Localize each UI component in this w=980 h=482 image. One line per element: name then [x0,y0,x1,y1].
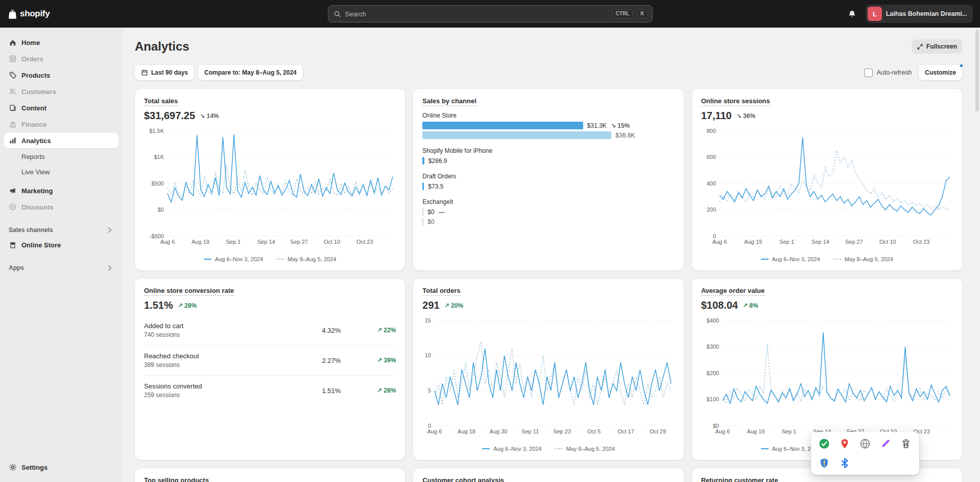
channel-bar-compare [422,218,423,225]
legend-current-label: Aug 6–Nov 3, 2024 [772,256,820,262]
conversion-sessions: 389 sessions [144,361,295,369]
conversion-step-label: Sessions converted [144,382,295,390]
svg-text:Sep 27: Sep 27 [290,239,308,245]
shield-warning-icon[interactable] [819,457,830,469]
card-title[interactable]: Sales by channel [422,97,674,105]
global-search[interactable]: CTRL K [328,5,653,22]
sidebar-item-label: Home [21,39,40,47]
svg-text:0: 0 [428,423,431,429]
legend-compare-marker [833,259,841,260]
sidebar-item-live-view[interactable]: Live View [4,165,118,179]
channel-online-store: Online Store$31.3K↘ 15%$36.8K [422,112,674,139]
svg-text:$200: $200 [706,370,719,376]
card-total-sales: Total sales $31,697.25 ↘ 14% $1.5K$1K$50… [135,89,405,270]
sidebar-item-label: Finance [21,121,46,128]
sidebar-section-apps[interactable]: Apps [4,261,118,275]
sidebar-section-sales-channels[interactable]: Sales channels [4,223,118,237]
sidebar-item-discounts[interactable]: Discounts [4,199,118,215]
sidebar-item-label: Discounts [21,203,54,211]
svg-text:$400: $400 [706,317,719,324]
marketing-icon [9,187,17,195]
sidebar-item-finance[interactable]: Finance [4,117,118,132]
sidebar-item-content[interactable]: Content [4,100,118,116]
sidebar-item-label: Online Store [21,241,61,249]
fullscreen-button[interactable]: Fullscreen [912,39,962,54]
chevron-right-icon [106,226,114,234]
date-range-button[interactable]: Last 90 days [135,65,194,80]
svg-text:Aug 6: Aug 6 [427,428,442,434]
calendar-icon [141,69,148,76]
analytics-icon [9,136,17,145]
bluetooth-icon[interactable] [839,457,850,469]
customers-icon [9,87,17,96]
customize-button[interactable]: Customize [919,65,962,80]
svg-text:$300: $300 [706,343,719,350]
orders-chart: 151050Aug 6Aug 18Aug 30Sep 11Sep 23Oct 5… [422,317,674,436]
card-title[interactable]: Total sales [144,97,396,105]
legend-current-marker [482,448,490,449]
channel-bar-compare [422,131,611,139]
user-menu[interactable]: L Laihas Bohemian Dreami... [866,5,973,23]
globe-icon[interactable] [859,438,871,449]
channel-exchangeit: ExchangeIt$0—$0 [422,198,674,225]
sidebar-item-products[interactable]: Products [4,67,118,83]
sidebar-item-home[interactable]: Home [4,35,118,50]
card-title[interactable]: Customer cohort analysis [422,476,674,482]
sidebar-item-online-store[interactable]: Online Store [4,237,118,253]
svg-text:Aug 19: Aug 19 [747,428,764,434]
sidebar-item-orders[interactable]: Orders [4,51,118,66]
legend-compare-label: May 8–Aug 5, 2024 [566,446,614,452]
svg-text:5: 5 [428,387,431,394]
card-sales-by-channel: Sales by channel Online Store$31.3K↘ 15%… [413,89,683,270]
trash-icon[interactable] [900,438,912,449]
search-input[interactable] [345,10,608,18]
card-title[interactable]: Average order value [701,287,953,294]
channel-bar-current [422,182,424,190]
card-title[interactable]: Total orders [422,287,674,294]
orders-icon [9,55,17,63]
pin-icon[interactable] [839,438,850,449]
shopify-bag-icon [7,9,18,19]
metric-change: ↘ 14% [200,112,219,120]
pen-icon[interactable] [880,438,891,449]
search-icon [333,10,341,18]
check-circle-icon[interactable] [819,438,830,449]
channel-draft-orders: Draft Orders$73.5 [422,173,674,190]
sidebar-item-reports[interactable]: Reports [4,149,118,164]
sidebar-item-marketing[interactable]: Marketing [4,183,118,198]
notifications-button[interactable] [843,5,861,22]
compare-button[interactable]: Compare to: May 8–Aug 5, 2024 [198,65,303,80]
chart-legend: Aug 6–Nov 3, 2024 May 8–Aug 5, 2024 [422,442,674,452]
conversion-rows: Added to cart740 sessions4.32%↗ 22%Reach… [144,315,396,405]
conversion-sessions: 259 sessions [144,392,295,399]
user-name: Laihas Bohemian Dreami... [886,10,967,17]
card-title[interactable]: Online store conversion rate [144,287,396,294]
card-title[interactable]: Online store sessions [701,97,953,105]
card-title[interactable]: Top selling products [144,476,396,482]
auto-refresh-toggle[interactable]: Auto-refresh [864,68,912,77]
card-title[interactable]: Returning customer rate [701,476,953,482]
channel-label: Online Store [422,112,674,119]
sidebar-item-settings[interactable]: Settings [4,460,118,475]
shopify-logo[interactable]: shopify [7,9,123,19]
sidebar-item-label: Settings [21,464,47,471]
conversion-change: ↗ 22% [367,327,396,334]
sidebar-item-customers[interactable]: Customers [4,84,118,99]
sidebar-item-analytics[interactable]: Analytics [4,133,118,148]
channel-label: Shopify Mobile for iPhone [422,147,674,154]
conversion-sessions: 740 sessions [144,331,295,338]
card-online-store-sessions: Online store sessions 17,110 ↘ 36% 80060… [692,89,962,270]
svg-text:Sep 11: Sep 11 [521,428,539,434]
main-content: Analytics Fullscreen Last 90 days Compar… [123,28,980,482]
auto-refresh-checkbox[interactable] [864,68,873,77]
scrollbar-thumb[interactable] [975,30,979,111]
svg-text:$1K: $1K [154,154,164,160]
channel-value: $73.5 [428,183,443,190]
sidebar-item-label: Live View [21,168,50,176]
channel-value: $36.8K [615,132,635,139]
chevron-right-icon [106,264,114,272]
conversion-row: Sessions converted259 sessions1.51%↗ 28% [144,376,396,405]
channel-bar-current [422,208,423,216]
brand-wordmark: shopify [20,9,50,19]
channel-value: $286.9 [428,157,447,165]
